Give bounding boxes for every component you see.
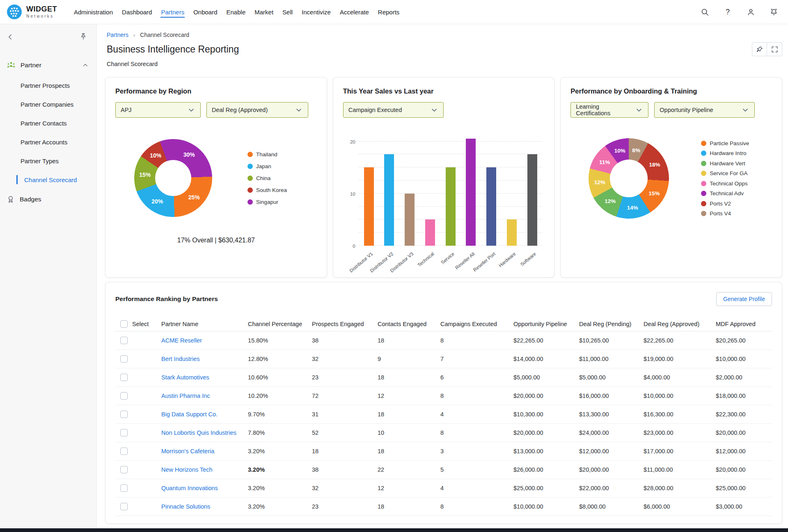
row-checkbox[interactable]: [120, 448, 128, 455]
row-checkbox[interactable]: [120, 429, 128, 436]
bar-reseller-alt[interactable]: [466, 139, 476, 246]
donut-slice-label: 11%: [599, 159, 610, 165]
training-filter-dropdown[interactable]: Learning Certifications: [570, 102, 648, 118]
generate-profile-button[interactable]: Generate Profile: [716, 292, 772, 306]
donut-slice-label: 14%: [627, 204, 638, 210]
row-checkbox[interactable]: [120, 337, 128, 344]
bar-distributor-v1[interactable]: [364, 167, 374, 246]
bar-reseller-port[interactable]: [486, 167, 496, 246]
bar-distributor-v3[interactable]: [405, 194, 415, 246]
partner-name-link[interactable]: Pinnacle Solutions: [161, 503, 248, 510]
nav-item-partners[interactable]: Partners: [160, 1, 185, 23]
select-all-checkbox[interactable]: [120, 320, 128, 328]
cell-mdf: $20,000.00: [716, 429, 772, 436]
bar-software[interactable]: [527, 154, 537, 246]
region-donut-chart[interactable]: 30%25%20%15%10%: [134, 139, 212, 217]
row-checkbox[interactable]: [120, 503, 128, 510]
cell-deal_pending: $13,300.00: [579, 411, 644, 418]
x-axis-label-software: Software: [520, 251, 537, 267]
expand-icon: [771, 46, 779, 53]
row-select-cell: [115, 374, 161, 381]
partner-name-link[interactable]: New Horizons Tech: [161, 466, 248, 473]
bar-technical[interactable]: [425, 219, 435, 246]
cell-channel: 10.60%: [248, 374, 312, 381]
chevron-down-icon: [295, 106, 303, 114]
region-metric-dropdown[interactable]: Deal Reg (Approved): [206, 102, 308, 118]
row-checkbox[interactable]: [120, 466, 128, 473]
row-checkbox[interactable]: [120, 411, 128, 418]
region-legend: ThailandJapanChinaSouth KoreaSingapur: [247, 151, 287, 205]
user-icon[interactable]: [746, 7, 755, 16]
partner-name-link[interactable]: Morrison's Cafeteria: [161, 448, 248, 454]
table-row-pinnacle-solutions: Pinnacle Solutions3.20%23188$10,000.00$8…: [115, 498, 772, 516]
sidebar-item-channel-scorecard[interactable]: Channel Scorecard: [0, 170, 96, 189]
partner-name-link[interactable]: Big Data Support Co.: [161, 411, 248, 418]
nav-item-sell[interactable]: Sell: [282, 1, 293, 23]
cell-deal_approved: $10,000.00: [644, 393, 716, 399]
column-header-select: Select: [132, 321, 149, 327]
nav-item-administration[interactable]: Administration: [73, 1, 113, 23]
donut-slice-label: 18%: [649, 161, 660, 167]
nav-item-enable[interactable]: Enable: [226, 1, 246, 23]
row-checkbox[interactable]: [120, 392, 128, 400]
cell-deal_approved: $22,265.00: [644, 337, 716, 344]
region-filter-dropdown[interactable]: APJ: [115, 102, 201, 118]
table-row-acme-reseller: ACME Reseller15.80%38188$22,265.00$10,26…: [115, 331, 772, 350]
cell-prospects: 72: [312, 393, 378, 399]
donut-slice-label: 30%: [183, 151, 195, 158]
sidebar-pin-icon[interactable]: [79, 32, 89, 42]
cell-opportunity: $20,000.00: [513, 393, 579, 399]
training-donut-chart[interactable]: 8%18%15%14%12%12%11%10%: [589, 138, 669, 219]
bell-icon[interactable]: [769, 7, 778, 16]
sidebar-group-badges[interactable]: Badges: [0, 195, 96, 204]
cell-opportunity: $14,000.00: [513, 356, 579, 362]
legend-item-ports-v4: Ports V4: [701, 210, 749, 217]
sidebar-group-partner[interactable]: Partner: [0, 60, 96, 70]
breadcrumb: Partners › Channel Scorecard: [107, 32, 782, 38]
column-header-campaigns-executed: Campaigns Executed: [440, 321, 513, 327]
nav-item-dashboard[interactable]: Dashboard: [121, 1, 152, 23]
sales-bar-chart[interactable]: 01020Distributor V1Distributor V2Distrib…: [343, 138, 545, 274]
row-checkbox[interactable]: [120, 355, 128, 363]
breadcrumb-partners-link[interactable]: Partners: [107, 32, 128, 38]
bar-service[interactable]: [446, 167, 456, 246]
row-checkbox[interactable]: [120, 484, 128, 492]
fullscreen-button[interactable]: [767, 42, 782, 56]
search-icon[interactable]: [700, 7, 709, 16]
partner-name-link[interactable]: ACME Reseller: [161, 337, 248, 344]
cell-contacts: 10: [378, 429, 440, 436]
card-performance-by-region: Performance by Region APJ Deal Reg (Appr…: [105, 77, 327, 278]
row-select-cell: [115, 429, 161, 436]
legend-label: Ports V4: [710, 210, 731, 217]
sales-filter-dropdown[interactable]: Campaign Executed: [343, 102, 444, 118]
nav-item-accelerate[interactable]: Accelerate: [339, 1, 369, 23]
cell-campaigns: 4: [440, 485, 513, 491]
sidebar-item-partner-contacts[interactable]: Partner Contacts: [0, 114, 96, 132]
nav-item-onboard[interactable]: Onboard: [193, 1, 218, 23]
bar-distributor-v2[interactable]: [384, 154, 394, 246]
column-header-channel-percentage: Channel Percentage: [248, 321, 312, 327]
partner-name-link[interactable]: Bert Industries: [161, 356, 248, 362]
nav-item-incentivize[interactable]: Incentivize: [301, 1, 331, 23]
partner-name-link[interactable]: Non Lobortis Quis Industries: [161, 429, 248, 436]
cell-campaigns: 4: [440, 411, 513, 418]
region-filter-value: APJ: [121, 107, 132, 113]
partner-name-link[interactable]: Stark Automotives: [161, 374, 248, 381]
sidebar-item-partner-types[interactable]: Partner Types: [0, 151, 96, 170]
nav-item-reports[interactable]: Reports: [378, 1, 400, 23]
table-body: ACME Reseller15.80%38188$22,265.00$10,26…: [115, 331, 772, 516]
sidebar-item-partner-companies[interactable]: Partner Companies: [0, 95, 96, 114]
legend-item-thailand: Thailand: [247, 151, 287, 158]
sidebar-item-partner-prospects[interactable]: Partner Prospects: [0, 76, 96, 95]
sidebar-collapse-icon[interactable]: [6, 32, 16, 42]
nav-item-market[interactable]: Market: [254, 1, 274, 23]
pin-report-button[interactable]: [752, 42, 767, 56]
bar-hardware[interactable]: [507, 219, 517, 246]
help-icon[interactable]: ?: [723, 7, 732, 16]
cell-campaigns: 3: [440, 448, 513, 454]
training-metric-dropdown[interactable]: Opportunity Pipeline: [654, 102, 755, 118]
partner-name-link[interactable]: Quantum Innovations: [161, 485, 248, 491]
row-checkbox[interactable]: [120, 374, 128, 381]
sidebar-item-partner-accounts[interactable]: Partner Accounts: [0, 132, 96, 151]
partner-name-link[interactable]: Austin Pharma Inc: [161, 393, 248, 399]
